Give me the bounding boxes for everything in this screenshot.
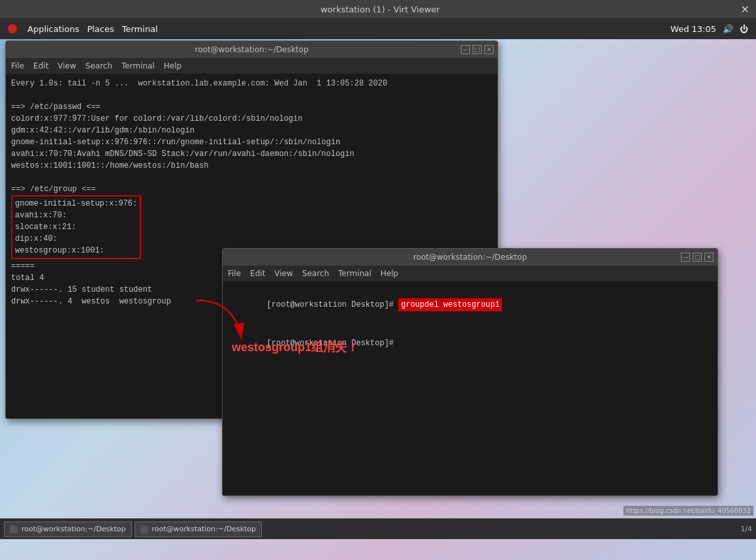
terminal-1-titlebar: root@workstation:~/Desktop — □ ✕ bbox=[6, 41, 497, 58]
gnome-bar-right: Wed 13:05 🔊 ⏻ bbox=[670, 24, 748, 34]
gnome-bar-left: Applications Places Terminal bbox=[8, 24, 158, 34]
terminal-window-2: root@workstation:~/Desktop — □ ✕ File Ed… bbox=[222, 248, 718, 496]
applications-menu[interactable]: Applications bbox=[27, 24, 79, 34]
t2-menu-help[interactable]: Help bbox=[381, 269, 398, 278]
terminal-1-title: root@workstation:~/Desktop bbox=[195, 45, 308, 54]
terminal-1-maximize[interactable]: □ bbox=[473, 45, 482, 54]
group-highlight-box: gnome-initial-setup:x:976: avahi:x:70: s… bbox=[11, 195, 141, 259]
terminal-1-buttons: — □ ✕ bbox=[461, 45, 494, 54]
watermark: https://blog.csdn.net/baidu_40568032 bbox=[623, 506, 753, 516]
taskbar-label-1: root@workstation:~/Desktop bbox=[22, 525, 126, 533]
t1-line-10: ==> /etc/group <== bbox=[11, 183, 492, 195]
desktop: root@workstation:~/Desktop — □ ✕ File Ed… bbox=[0, 39, 756, 539]
terminal-1-minimize[interactable]: — bbox=[461, 45, 470, 54]
close-button[interactable]: ✕ bbox=[741, 3, 749, 16]
terminal-menu[interactable]: Terminal bbox=[122, 24, 158, 34]
t1-menu-terminal[interactable]: Terminal bbox=[121, 61, 155, 70]
t2-menu-edit[interactable]: Edit bbox=[250, 269, 265, 278]
t1-line-13: slocate:x:21: bbox=[15, 221, 137, 233]
terminal-1-menubar: File Edit View Search Terminal Help bbox=[6, 58, 497, 74]
volume-icon: 🔊 bbox=[723, 24, 733, 34]
terminal-2-titlebar: root@workstation:~/Desktop — □ ✕ bbox=[223, 249, 717, 266]
terminal-2-buttons: — □ ✕ bbox=[681, 253, 714, 262]
t1-line-15: westosgroup:x:1001: bbox=[15, 245, 137, 257]
taskbar-icon-2 bbox=[140, 525, 148, 533]
terminal-2-maximize[interactable]: □ bbox=[693, 253, 702, 262]
terminal-2-title: root@workstation:~/Desktop bbox=[413, 253, 527, 262]
power-icon[interactable]: ⏻ bbox=[740, 24, 748, 34]
taskbar-item-1[interactable]: root@workstation:~/Desktop bbox=[4, 521, 132, 537]
t1-menu-edit[interactable]: Edit bbox=[33, 61, 48, 70]
places-menu[interactable]: Places bbox=[87, 24, 114, 34]
t1-line-5: gdm:x:42:42::/var/lib/gdm:/sbin/nologin bbox=[11, 125, 492, 136]
taskbar-right: 1/4 bbox=[740, 525, 752, 533]
terminal-2-minimize[interactable]: — bbox=[681, 253, 690, 262]
title-bar: workstation (1) - Virt Viewer ✕ bbox=[0, 0, 756, 18]
t1-line-6: gnome-initial-setup:x:976:976::/run/gnom… bbox=[11, 136, 492, 148]
t2-menu-terminal[interactable]: Terminal bbox=[338, 269, 371, 278]
terminal-2-close[interactable]: ✕ bbox=[704, 253, 714, 262]
t1-line-11: gnome-initial-setup:x:976: bbox=[15, 198, 137, 210]
t1-menu-search[interactable]: Search bbox=[86, 61, 112, 70]
terminal-2-content: [root@workstation Desktop]# groupdel wes… bbox=[223, 281, 717, 495]
terminal-1-close[interactable]: ✕ bbox=[484, 45, 494, 54]
t2-menu-file[interactable]: File bbox=[228, 269, 241, 278]
taskbar-item-2[interactable]: root@workstation:~/Desktop bbox=[134, 521, 262, 537]
t1-menu-file[interactable]: File bbox=[11, 61, 24, 70]
t2-menu-view[interactable]: View bbox=[274, 269, 292, 278]
t2-prompt1: [root@workstation Desktop]# bbox=[267, 300, 399, 309]
t2-cmd-line1: [root@workstation Desktop]# groupdel wes… bbox=[229, 287, 711, 323]
redhat-icon bbox=[8, 24, 17, 33]
annotation-text: westosgroup1组消失！ bbox=[232, 339, 358, 355]
gnome-bar: Applications Places Terminal Wed 13:05 🔊… bbox=[0, 18, 756, 39]
page-indicator: 1/4 bbox=[740, 525, 752, 533]
t1-line-12: avahi:x:70: bbox=[15, 210, 137, 221]
t1-line-1: Every 1.0s: tail -n 5 ... workstation.la… bbox=[11, 78, 492, 89]
title-bar-title: workstation (1) - Virt Viewer bbox=[20, 5, 741, 14]
t1-line-9 bbox=[11, 172, 492, 183]
taskbar-icon-1 bbox=[10, 525, 18, 533]
t2-cmd-highlight: groupdel westosgroup1 bbox=[398, 298, 502, 311]
t1-line-2 bbox=[11, 89, 492, 101]
t1-line-7: avahi:x:70:70:Avahi mDNS/DNS-SD Stack:/v… bbox=[11, 148, 492, 160]
taskbar: root@workstation:~/Desktop root@workstat… bbox=[0, 518, 756, 539]
t1-line-4: colord:x:977:977:User for colord:/var/li… bbox=[11, 113, 492, 125]
t1-line-8: westos:x:1001:1001::/home/westos:/bin/ba… bbox=[11, 160, 492, 172]
terminal-2-menubar: File Edit View Search Terminal Help bbox=[223, 266, 717, 281]
t1-line-3: ==> /etc/passwd <== bbox=[11, 101, 492, 113]
clock: Wed 13:05 bbox=[670, 24, 716, 34]
t1-menu-help[interactable]: Help bbox=[164, 61, 181, 70]
taskbar-label-2: root@workstation:~/Desktop bbox=[152, 525, 257, 533]
t1-menu-view[interactable]: View bbox=[57, 61, 76, 70]
t2-menu-search[interactable]: Search bbox=[302, 269, 329, 278]
t1-line-14: dip:x:40: bbox=[15, 233, 137, 245]
